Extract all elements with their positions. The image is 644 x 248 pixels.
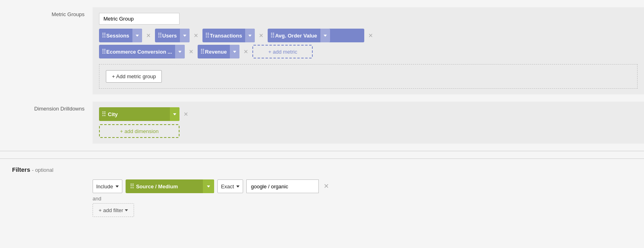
dimension-drilldowns-section: Dimension Drilldowns City ✕ + add dimens… [0, 94, 644, 144]
add-dimension-button[interactable]: + add dimension [99, 124, 180, 138]
dimension-content: City ✕ + add dimension [93, 102, 644, 144]
source-medium-label: Source / Medium [136, 183, 178, 190]
add-filter-button[interactable]: + add filter [93, 203, 134, 217]
metric-groups-section: Metric Groups Sessions ✕ Users [0, 0, 644, 94]
drag-handle-users[interactable] [157, 32, 162, 40]
metric-groups-content: Sessions ✕ Users ✕ [93, 7, 644, 94]
add-metric-group-section: + Add metric group [99, 64, 638, 89]
transactions-dropdown[interactable] [245, 29, 255, 42]
add-filter-label: + add filter [99, 207, 123, 213]
page-container: Metric Groups Sessions ✕ Users [0, 0, 644, 248]
ecommerce-dropdown[interactable] [175, 45, 185, 58]
dimension-row-city: City ✕ [99, 107, 638, 121]
filters-title: Filters [12, 166, 30, 173]
dimension-drilldowns-label: Dimension Drilldowns [0, 102, 93, 112]
include-dropdown[interactable]: Include [93, 179, 122, 193]
drag-handle-revenue[interactable] [200, 48, 205, 56]
users-label: Users [162, 33, 177, 39]
metric-chip-avg-order-value: Avg. Order Value [268, 29, 364, 42]
source-medium-dropdown[interactable] [203, 179, 214, 193]
add-filter-row: + add filter [0, 202, 644, 217]
avg-chevron [324, 35, 327, 37]
add-metric-button[interactable]: + add metric [252, 45, 313, 58]
users-chevron [183, 35, 186, 37]
city-label: City [108, 111, 118, 117]
metric-chip-ecommerce: Ecommerce Conversion ... [99, 45, 185, 58]
filter-value-input[interactable] [246, 179, 319, 193]
drag-handle-city[interactable] [101, 110, 106, 118]
users-close[interactable]: ✕ [192, 33, 200, 38]
add-filter-chevron [125, 209, 128, 211]
metric-chip-users: Users [155, 29, 190, 42]
metrics-row-1: Sessions ✕ Users ✕ [99, 29, 638, 42]
avg-order-value-close[interactable]: ✕ [367, 33, 375, 38]
drag-handle-ecommerce[interactable] [101, 48, 106, 56]
avg-order-value-dropdown[interactable] [320, 29, 330, 42]
filters-optional: - optional [32, 167, 53, 173]
drag-handle-source-medium[interactable] [130, 183, 134, 190]
city-chevron [173, 113, 176, 115]
drag-handle-avg[interactable] [270, 32, 275, 40]
revenue-close[interactable]: ✕ [242, 49, 250, 54]
include-selected: Include [96, 183, 113, 190]
filters-divider [0, 151, 644, 151]
drag-handle-transactions[interactable] [205, 32, 210, 40]
metric-groups-label: Metric Groups [0, 7, 93, 17]
revenue-label: Revenue [205, 49, 227, 55]
transactions-close[interactable]: ✕ [257, 33, 265, 38]
city-dropdown[interactable] [170, 107, 180, 121]
sessions-dropdown[interactable] [132, 29, 142, 42]
source-medium-chevron [207, 185, 210, 188]
ecommerce-chevron [178, 51, 182, 53]
filter-row: Include Source / Medium Exact ✕ [0, 176, 644, 193]
dimension-chip-city: City [99, 107, 180, 121]
transactions-label: Transactions [210, 33, 242, 39]
exact-chevron [236, 185, 239, 188]
metric-group-name-input[interactable] [99, 13, 180, 25]
metric-chip-revenue: Revenue [198, 45, 239, 58]
sessions-close[interactable]: ✕ [144, 33, 153, 38]
users-dropdown[interactable] [180, 29, 190, 42]
drag-handle-sessions[interactable] [101, 32, 106, 40]
and-label: and [0, 193, 644, 202]
filters-header: Filters - optional [0, 158, 644, 176]
filter-close[interactable]: ✕ [322, 183, 330, 190]
revenue-dropdown[interactable] [230, 45, 239, 58]
transactions-chevron [248, 35, 252, 37]
avg-order-value-label: Avg. Order Value [275, 33, 317, 39]
metrics-row-2: Ecommerce Conversion ... ✕ Revenue ✕ + [99, 45, 638, 58]
metric-chip-transactions: Transactions [202, 29, 255, 42]
metric-chip-sessions: Sessions [99, 29, 142, 42]
sessions-label: Sessions [106, 33, 129, 39]
add-metric-group-button[interactable]: + Add metric group [106, 70, 162, 83]
include-chevron [116, 185, 119, 188]
ecommerce-label: Ecommerce Conversion ... [106, 49, 172, 55]
ecommerce-close[interactable]: ✕ [187, 49, 195, 54]
sessions-chevron [136, 35, 139, 37]
exact-selected: Exact [221, 183, 234, 190]
city-close[interactable]: ✕ [182, 111, 190, 117]
revenue-chevron [233, 51, 236, 53]
source-medium-chip: Source / Medium [126, 179, 214, 193]
exact-dropdown[interactable]: Exact [217, 179, 244, 193]
